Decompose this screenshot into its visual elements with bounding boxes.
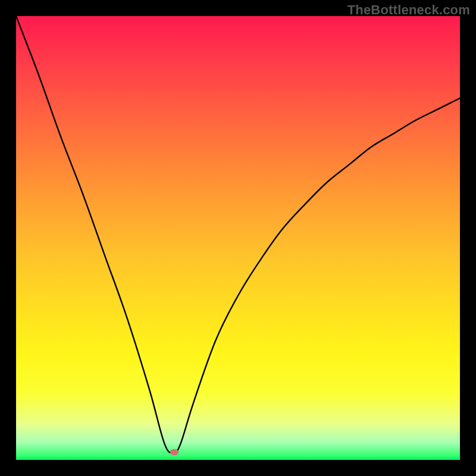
chart-frame: TheBottleneck.com <box>0 0 476 476</box>
bottleneck-curve <box>16 16 460 460</box>
current-point-marker <box>170 449 178 455</box>
plot-area <box>16 16 460 460</box>
